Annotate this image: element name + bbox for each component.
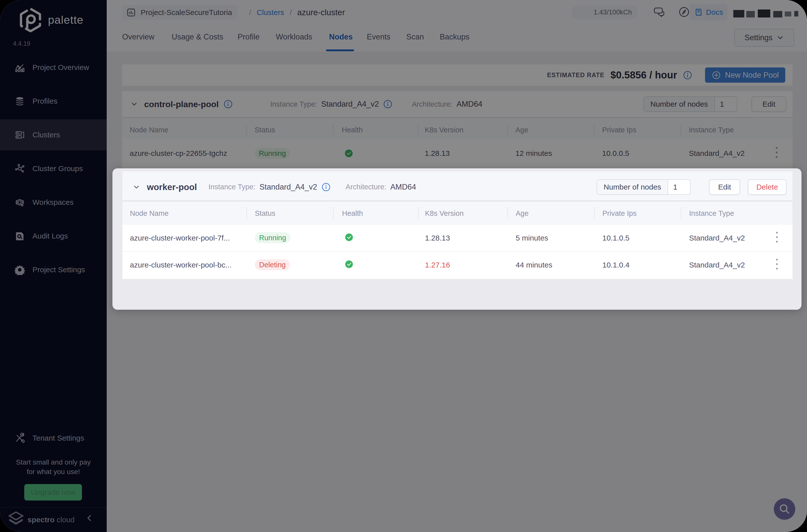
app-window: palette 4.4.19 Project Overview Profiles…: [0, 0, 807, 532]
cell-node-name: azure-cluster-worker-pool-7f...: [130, 234, 230, 242]
architecture-label: Architecture:: [345, 183, 386, 191]
number-of-nodes-label: Number of nodes: [597, 180, 668, 194]
col-instance-type: Instance Type: [689, 209, 734, 217]
instance-type-label: Instance Type:: [208, 183, 255, 191]
table-row[interactable]: azure-cluster-worker-pool-7f... Running …: [123, 225, 792, 252]
worker-pool-header-row: worker-pool Instance Type: Standard_A4_v…: [123, 171, 792, 201]
architecture-value: AMD64: [390, 183, 416, 192]
pool-name: worker-pool: [147, 182, 197, 192]
cell-instance-type: Standard_A4_v2: [689, 261, 745, 269]
instance-type-value: Standard_A4_v2: [259, 183, 317, 192]
cell-node-name: azure-cluster-worker-pool-bc...: [130, 261, 231, 269]
worker-table-header: Node Name Status Health K8s Version Age …: [123, 202, 792, 225]
table-row[interactable]: azure-cluster-worker-pool-bc... Deleting…: [123, 252, 792, 279]
row-menu-button[interactable]: [776, 259, 778, 272]
health-ok-icon: [345, 233, 353, 241]
status-badge: Running: [255, 232, 290, 243]
collapse-pool-icon[interactable]: [132, 183, 141, 192]
col-private-ips: Private Ips: [602, 209, 637, 217]
cell-k8s-version-alert: 1.27.16: [425, 261, 450, 269]
cell-instance-type: Standard_A4_v2: [689, 234, 745, 242]
number-of-nodes-group: Number of nodes 1: [597, 179, 691, 195]
cell-private-ip: 10.1.0.5: [602, 234, 630, 242]
col-node-name: Node Name: [130, 209, 169, 217]
worker-pool-card: worker-pool Instance Type: Standard_A4_v…: [112, 168, 802, 310]
delete-pool-button[interactable]: Delete: [748, 179, 787, 195]
cell-age: 5 minutes: [516, 234, 548, 242]
worker-pool-header: worker-pool Instance Type: Standard_A4_v…: [123, 171, 792, 201]
number-of-nodes-input[interactable]: 1: [668, 180, 690, 194]
col-health: Health: [342, 209, 363, 217]
col-k8s-version: K8s Version: [425, 209, 464, 217]
status-badge: Deleting: [255, 259, 290, 270]
cell-k8s-version: 1.28.13: [425, 234, 450, 242]
row-menu-button[interactable]: [776, 232, 778, 245]
edit-pool-button[interactable]: Edit: [709, 179, 740, 195]
cell-private-ip: 10.1.0.4: [602, 261, 630, 269]
instance-info-icon[interactable]: [322, 183, 331, 192]
health-ok-icon: [345, 260, 353, 268]
col-age: Age: [516, 209, 529, 217]
worker-pool-panel: worker-pool Instance Type: Standard_A4_v…: [123, 171, 792, 279]
col-status: Status: [255, 209, 275, 217]
cell-age: 44 minutes: [516, 261, 552, 269]
